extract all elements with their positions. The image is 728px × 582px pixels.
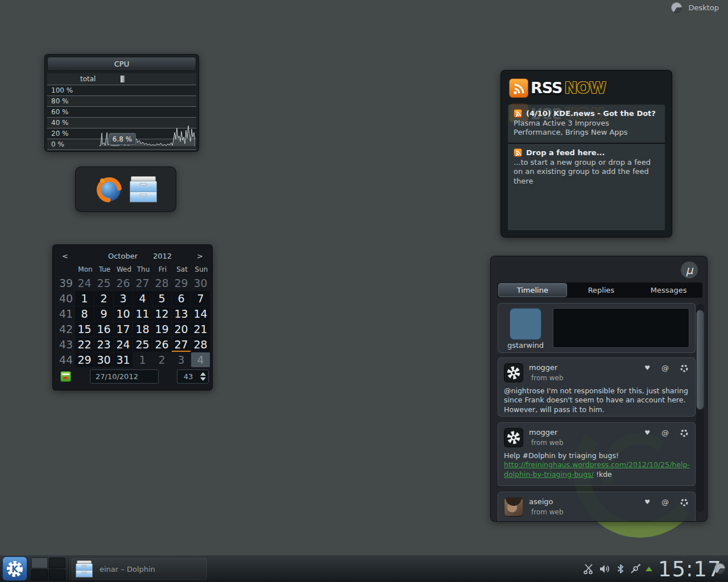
calendar-day[interactable]: 25: [133, 337, 152, 352]
timeline-post[interactable]: mogger from web ♥ @ @nightrose I'm not r…: [498, 357, 696, 417]
post-username[interactable]: aseigo: [529, 497, 553, 506]
year-selector[interactable]: 2012: [153, 252, 172, 260]
repeat-icon[interactable]: [680, 498, 688, 506]
rss-item-title[interactable]: (4/10) KDE.news - Got the Dot?: [526, 109, 656, 118]
calendar-day[interactable]: 5: [152, 291, 171, 306]
calendar-day[interactable]: 17: [114, 322, 133, 336]
calendar-day[interactable]: 11: [133, 306, 152, 321]
firefox-icon[interactable]: [94, 174, 124, 204]
calendar-day[interactable]: 10: [114, 306, 133, 321]
favorite-icon[interactable]: ♥: [644, 429, 650, 436]
post-text-suffix: !kde: [596, 470, 612, 479]
file-manager-icon[interactable]: [130, 176, 157, 202]
post-username[interactable]: mogger: [529, 428, 557, 436]
desktop-toolbox[interactable]: Desktop: [671, 2, 719, 13]
calendar-day[interactable]: 30: [94, 352, 113, 367]
calendar-day[interactable]: 19: [152, 322, 171, 336]
device-notifier-icon[interactable]: [628, 563, 642, 575]
post-text: Help #Dolphin by triaging bugs! http://f…: [504, 451, 690, 479]
calendar-day[interactable]: 1: [133, 352, 152, 367]
app-launcher-button[interactable]: K: [2, 556, 27, 581]
spin-down-icon[interactable]: [200, 377, 206, 381]
calendar-day[interactable]: 23: [94, 337, 113, 352]
calendar-day[interactable]: 18: [133, 322, 152, 336]
rss-icon: [509, 78, 528, 98]
calendar-day[interactable]: 27: [133, 276, 152, 290]
plasma-cashew-icon[interactable]: [671, 2, 682, 13]
calendar-day[interactable]: 8: [75, 306, 94, 321]
calendar-day[interactable]: 4: [133, 291, 152, 306]
calendar-day[interactable]: 21: [191, 322, 210, 336]
calendar-day[interactable]: 28: [191, 337, 210, 352]
cpu-scale-row: 60 %: [47, 107, 196, 118]
calendar-day[interactable]: 9: [94, 306, 113, 321]
tab-timeline[interactable]: Timeline: [498, 283, 567, 297]
tray-expand-icon[interactable]: [646, 567, 652, 571]
calendar-day[interactable]: 27: [172, 337, 191, 352]
calendar-day[interactable]: 29: [172, 276, 191, 290]
timeline-post[interactable]: mogger from web ♥ @ Help #Dolphin by tri…: [498, 422, 696, 486]
rss-feed-item[interactable]: Drop a feed here... ...to start a new gr…: [508, 143, 665, 230]
taskbar-item-dolphin[interactable]: einar – Dolphin: [72, 558, 207, 580]
calendar-day[interactable]: 3: [114, 291, 133, 306]
pager-desktop-4[interactable]: [49, 569, 65, 580]
rss-feed-item[interactable]: (4/10) KDE.news - Got the Dot? Plasma Ac…: [508, 105, 665, 143]
next-month-button[interactable]: >: [197, 252, 203, 260]
calendar-day[interactable]: 12: [152, 306, 171, 321]
calendar-day[interactable]: 7: [191, 291, 210, 306]
bluetooth-icon[interactable]: [614, 563, 627, 575]
calendar-day[interactable]: 26: [114, 276, 133, 290]
calendar-day[interactable]: 2: [94, 291, 113, 306]
favorite-icon[interactable]: ♥: [644, 364, 650, 372]
calendar-day[interactable]: 13: [172, 306, 191, 321]
clipboard-scissors-icon[interactable]: [582, 563, 595, 575]
post-username[interactable]: mogger: [529, 363, 557, 372]
calendar-week-number: 41: [57, 306, 75, 321]
calendar-day[interactable]: 1: [75, 291, 94, 306]
avatar: [504, 363, 523, 383]
prev-month-button[interactable]: <: [62, 252, 68, 260]
spin-up-icon[interactable]: [200, 372, 206, 376]
calendar-day[interactable]: 4: [191, 352, 210, 367]
scrollbar-handle[interactable]: [696, 310, 704, 410]
rss-item-title[interactable]: Drop a feed here...: [526, 148, 605, 157]
repeat-icon[interactable]: [680, 429, 688, 437]
jump-to-today-icon[interactable]: [60, 371, 71, 382]
calendar-day[interactable]: 25: [94, 276, 113, 290]
calendar-day[interactable]: 16: [94, 322, 113, 336]
favorite-icon[interactable]: ♥: [644, 498, 650, 506]
volume-icon[interactable]: [598, 563, 610, 575]
timeline-post[interactable]: aseigo from web ♥ @: [498, 492, 696, 522]
month-selector[interactable]: October: [103, 252, 143, 260]
cpu-widget-title: CPU: [47, 57, 196, 71]
reply-icon[interactable]: @: [661, 498, 669, 506]
calendar-day[interactable]: 6: [172, 291, 191, 306]
tab-messages[interactable]: Messages: [635, 282, 702, 298]
panel-cashew-icon[interactable]: [714, 563, 725, 574]
reply-icon[interactable]: @: [661, 429, 669, 437]
calendar-day[interactable]: 24: [75, 276, 94, 290]
calendar-day[interactable]: 14: [191, 306, 210, 321]
calendar-day[interactable]: 20: [172, 322, 191, 336]
calendar-day[interactable]: 24: [114, 337, 133, 352]
repeat-icon[interactable]: [680, 364, 688, 372]
calendar-day[interactable]: 29: [75, 352, 94, 367]
calendar-day[interactable]: 15: [75, 322, 94, 336]
digital-clock[interactable]: 15:17: [658, 557, 722, 581]
calendar-day[interactable]: 30: [191, 276, 210, 290]
week-spinner-arrows[interactable]: [199, 372, 208, 381]
status-input[interactable]: [553, 308, 689, 348]
pager-desktop-1[interactable]: [31, 558, 48, 568]
pager-desktop-2[interactable]: [49, 558, 65, 568]
calendar-day[interactable]: 2: [152, 352, 171, 367]
calendar-day[interactable]: 31: [114, 352, 133, 367]
calendar-day[interactable]: 22: [75, 337, 94, 352]
calendar-day[interactable]: 26: [152, 337, 171, 352]
reply-icon[interactable]: @: [661, 364, 669, 372]
calendar-day[interactable]: 3: [172, 352, 191, 367]
date-input[interactable]: 27/10/2012: [90, 369, 159, 384]
week-spinner[interactable]: 43: [177, 369, 209, 384]
pager-desktop-3[interactable]: [31, 569, 48, 580]
tab-replies[interactable]: Replies: [568, 282, 635, 298]
calendar-day[interactable]: 28: [152, 276, 171, 290]
